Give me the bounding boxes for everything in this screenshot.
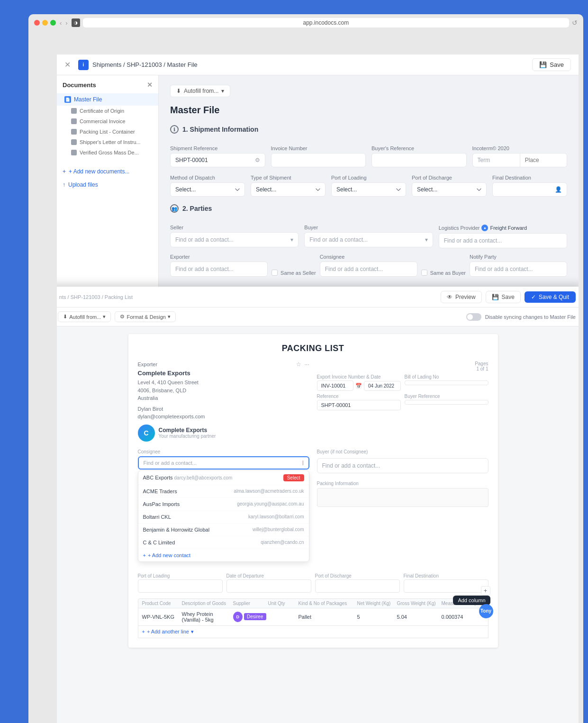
url-text: app.incodocs.com [303, 19, 349, 26]
sidebar-item-packing-list[interactable]: Packing List - Container [57, 127, 158, 137]
star-icon[interactable]: ☆ [296, 361, 301, 368]
consignee-label-sm: Consignee [138, 449, 309, 454]
sidebar-item-gross-mass[interactable]: Verified Gross Mass De... [57, 147, 158, 158]
upload-files-btn[interactable]: ↑ Upload files [63, 180, 153, 190]
exporter-tools: ☆ ··· [296, 361, 309, 368]
packing-info-area[interactable] [317, 488, 488, 507]
notify-party-input[interactable]: Find or add a contact... [470, 262, 567, 277]
shipment-reference-input[interactable]: SHPT-00001 ⚙ [170, 153, 265, 167]
exporter-section: Exporter ☆ ··· Complete Exports Level 4,… [138, 361, 309, 442]
exporter-addr3: Australia [138, 394, 309, 402]
save-button[interactable]: 💾 Save [532, 58, 571, 71]
close-dot[interactable] [34, 20, 40, 26]
logistics-input[interactable]: Find or add a contact... [439, 233, 567, 248]
packing-doc-area: PACKING LIST Exporter ☆ ··· Comp [57, 326, 579, 723]
packing-table: Product Code Description of Goods Suppli… [138, 598, 488, 638]
format-design-btn[interactable]: ⚙ Format & Design ▾ [115, 311, 176, 322]
packing-doc-title: PACKING LIST [138, 343, 488, 353]
date-departure-doc-value [226, 579, 311, 593]
method-dispatch-select[interactable]: Select... [170, 182, 245, 197]
seller-input[interactable]: Find or add a contact... ▾ [170, 232, 299, 247]
col-supplier: Supplier [233, 601, 266, 606]
chevron-down-icon-2: ▾ [103, 314, 106, 320]
preview-button[interactable]: 👁 Preview [441, 291, 482, 303]
more-icon[interactable]: ··· [304, 361, 309, 368]
sidebar-close-btn[interactable]: ✕ [147, 81, 153, 89]
invoice-number-input[interactable] [271, 153, 366, 167]
contact-email-acme: alma.lawson@acmetraders.co.uk [234, 488, 304, 494]
sidebar-item-shipper-letter[interactable]: Shipper's Letter of Instru... [57, 137, 158, 147]
incoterm-label: Incoterm© 2020 [472, 145, 568, 151]
port-loading-group: Port of Loading Select... [331, 175, 406, 197]
consignee-search-input[interactable]: Find or add a contact... | [138, 456, 309, 470]
contact-option-benjamin[interactable]: Benjamin & Horrowitz Global willej@bunte… [138, 524, 309, 536]
toggle-knob [467, 314, 473, 320]
sidebar-item-master-file[interactable]: 📄 Master File [57, 93, 158, 106]
window-close-btn[interactable]: ✕ [64, 60, 71, 69]
packing-autofill-btn[interactable]: ⬇ Autofill from... ▾ [58, 311, 111, 322]
sidebar-actions: + + Add new documents... ↑ Upload files [57, 162, 158, 195]
incoterm-place-input[interactable] [520, 153, 567, 167]
incoterm-term-select[interactable]: Term [472, 153, 520, 167]
consignee-input[interactable]: Find or add a contact... [320, 262, 417, 277]
add-new-contact-btn[interactable]: + + Add new contact [138, 549, 309, 561]
contact-option-cc[interactable]: C & C Limited qianzhen@cando.cn [138, 536, 309, 549]
section1-icon: ℹ [170, 125, 179, 134]
packing-save-button[interactable]: 💾 Save [486, 291, 521, 303]
add-column-btn[interactable]: + [481, 586, 490, 596]
pages-label: Pages [317, 361, 488, 366]
autofill-button[interactable]: ⬇ Autofill from... ▾ [170, 85, 230, 97]
same-as-seller-label: Same as Seller [280, 270, 316, 276]
contact-option-auspac[interactable]: AusPac Imports georgia.young@auspac.com.… [138, 498, 309, 511]
autofill-bar: ⬇ Autofill from... ▾ [170, 85, 567, 97]
buyer-label: Buyer [304, 225, 433, 230]
buyer-input[interactable]: Find or add a contact... ▾ [304, 232, 433, 247]
calendar-icon[interactable]: 📅 [355, 383, 362, 389]
port-loading-select[interactable]: Select... [331, 182, 406, 197]
contact-option-acme[interactable]: ACME Traders alma.lawson@acmetraders.co.… [138, 485, 309, 498]
contact-name-acme: ACME Traders [143, 488, 177, 494]
same-as-seller-checkbox[interactable] [271, 270, 278, 276]
add-column-tooltip: Add column [453, 596, 490, 605]
same-as-buyer-checkbox[interactable] [421, 270, 427, 276]
forward-btn[interactable]: › [65, 19, 67, 27]
back-btn[interactable]: ‹ [60, 19, 62, 27]
save-icon: 💾 [539, 61, 547, 68]
contact-name-auspac: AusPac Imports [143, 501, 180, 507]
save-quit-button[interactable]: ✓ Save & Quit [525, 291, 576, 303]
buyers-reference-input[interactable] [371, 153, 467, 167]
tab-icon: ◑ [72, 18, 80, 27]
contact-email-cc: qianzhen@cando.cn [261, 540, 304, 545]
reload-btn[interactable]: ↺ [572, 19, 578, 27]
select-abc-btn[interactable]: Select [283, 474, 304, 481]
contact-option-abc[interactable]: ABC Exports darcy.bell@abcexports.com Se… [138, 471, 309, 485]
exporter-input[interactable]: Find or add a contact... [170, 262, 268, 277]
contact-option-boltarri[interactable]: Boltarri CKL karyl.lawson@boltarri.com [138, 511, 309, 524]
buyer-consignee-input[interactable]: Find or add a contact... [317, 458, 488, 473]
sidebar-item-cert-origin[interactable]: Certificate of Origin [57, 106, 158, 116]
sidebar-item-commercial-invoice[interactable]: Commercial Invoice [57, 116, 158, 127]
pages-value: 1 of 1 [317, 366, 488, 371]
logistics-placeholder: Find or add a contact... [444, 237, 562, 244]
minimize-dot[interactable] [42, 20, 48, 26]
consignee-label: Consignee [320, 254, 417, 260]
exporter-name: Complete Exports [138, 370, 309, 377]
maximize-dot[interactable] [50, 20, 56, 26]
add-icon: + [63, 168, 66, 175]
port-loading-doc: Port of Loading [138, 573, 223, 593]
section1-label: 1. Shipment Information [182, 126, 258, 133]
consignee-buyer-row: Consignee Find or add a contact... | ABC… [138, 449, 488, 568]
address-bar[interactable]: app.incodocs.com [83, 18, 569, 27]
add-documents-btn[interactable]: + + Add new documents... [63, 166, 153, 177]
add-another-line-btn[interactable]: + + Add another line ▾ [138, 626, 488, 638]
seller-group: Seller Find or add a contact... ▾ [170, 225, 299, 248]
type-shipment-select[interactable]: Select... [251, 182, 326, 197]
sync-toggle[interactable] [466, 313, 481, 321]
final-destination-group: Final Destination 👤 [492, 175, 567, 197]
buyer-reference-field: Buyer Reference [405, 394, 488, 410]
gear-icon[interactable]: ⚙ [255, 157, 260, 163]
logistics-label: Logistics Provider [439, 225, 480, 231]
radio-icon: ● [481, 225, 488, 231]
port-discharge-select[interactable]: Select... [412, 182, 487, 197]
packing-info-label: Packing Information [317, 481, 488, 486]
